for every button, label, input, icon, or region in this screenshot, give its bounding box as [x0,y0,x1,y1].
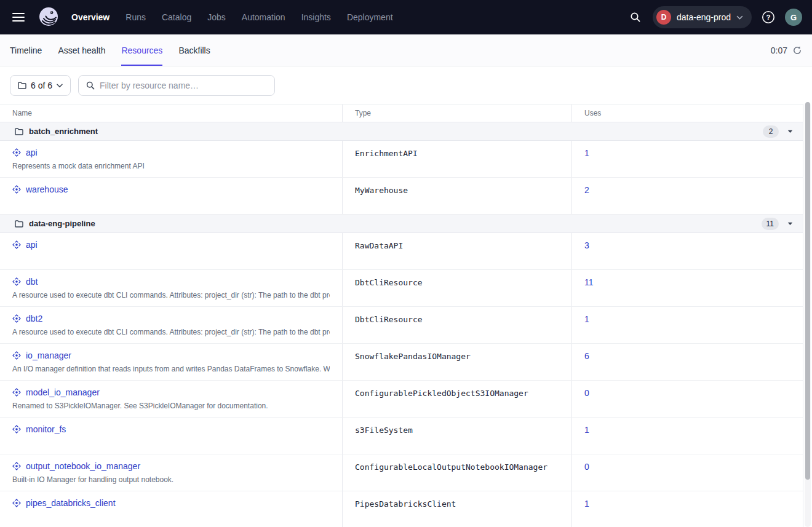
folder-icon [15,128,23,135]
primary-nav: Overview Runs Catalog Jobs Automation In… [71,12,393,22]
resource-name-link[interactable]: io_manager [26,351,71,360]
resource-row: dbtA resource used to execute dbt CLI co… [0,270,803,307]
resource-row: pipes_databricks_clientPipesDatabricksCl… [0,491,803,527]
resource-type: MyWarehouse [355,186,408,195]
deployment-badge: D [656,10,671,25]
resource-uses-link[interactable]: 1 [584,425,589,435]
nav-item-catalog[interactable]: Catalog [162,12,191,22]
resource-search-field[interactable] [78,75,275,96]
resource-description: Renamed to S3PickleIOManager. See S3Pick… [12,402,330,410]
resource-type: RawDataAPI [355,241,403,250]
resource-name-link[interactable]: api [26,240,38,250]
group-filter-button[interactable]: 6 of 6 [10,75,71,96]
resource-icon [12,388,21,397]
nav-item-automation[interactable]: Automation [242,12,285,22]
resource-type: s3FileSystem [355,426,413,435]
resource-row: monitor_fss3FileSystem1 [0,418,803,454]
resource-row: warehouseMyWarehouse2 [0,178,803,215]
resource-uses-link[interactable]: 11 [584,277,594,287]
resource-uses-link[interactable]: 1 [584,499,589,509]
resource-icon [12,351,21,360]
resource-name-link[interactable]: dbt [26,277,38,287]
group-name: batch_enrichment [29,127,98,136]
resource-name-link[interactable]: pipes_databricks_client [26,498,116,508]
nav-item-jobs[interactable]: Jobs [207,12,226,22]
group-count-badge: 2 [763,125,779,138]
resource-type: ConfigurablePickledObjectS3IOManager [355,389,528,398]
resource-name-link[interactable]: dbt2 [26,314,42,323]
scrollbar-thumb[interactable] [805,102,810,480]
resource-icon [12,240,21,249]
group-count-badge: 11 [762,218,779,230]
top-nav: Overview Runs Catalog Jobs Automation In… [0,0,812,34]
dagster-logo-icon[interactable] [37,6,60,29]
filter-bar: 6 of 6 [0,66,812,104]
user-avatar[interactable]: G [785,9,802,26]
chevron-down-icon[interactable] [787,222,793,226]
resource-uses-link[interactable]: 6 [584,351,589,361]
tab-timeline[interactable]: Timeline [10,34,42,66]
resource-type: SnowflakePandasIOManager [355,352,471,361]
resource-name-link[interactable]: monitor_fs [26,424,66,434]
refresh-timer: 0:07 [771,46,787,55]
nav-item-overview[interactable]: Overview [71,12,109,22]
resource-name-link[interactable]: model_io_manager [26,387,100,397]
tab-resources[interactable]: Resources [121,34,162,66]
search-input[interactable] [100,81,267,90]
resource-type: DbtCliResource [355,315,423,324]
hamburger-menu-icon[interactable] [12,13,25,22]
resources-table: Name Type Uses batch_enrichment2apiRepre… [0,104,803,527]
resource-icon [12,185,21,194]
resource-uses-link[interactable]: 3 [584,240,589,250]
resource-name-link[interactable]: output_notebook_io_manager [26,461,140,471]
group-name: data-eng-pipeline [29,219,95,228]
resource-row: apiRawDataAPI3 [0,233,803,270]
column-header-name: Name [0,105,343,122]
resource-group-row[interactable]: batch_enrichment2 [0,122,803,141]
resource-icon [12,425,21,434]
nav-item-deployment[interactable]: Deployment [347,12,393,22]
tab-asset-health[interactable]: Asset health [58,34,105,66]
resource-description: Built-in IO Manager for handling output … [12,475,330,484]
resource-uses-link[interactable]: 2 [584,185,589,195]
chevron-down-icon[interactable] [787,130,793,133]
search-icon [86,81,95,90]
resource-icon [12,148,21,157]
refresh-icon[interactable] [792,46,802,55]
resource-name-link[interactable]: warehouse [26,184,68,194]
resource-icon [12,314,21,323]
resource-icon [12,277,21,286]
search-icon[interactable] [627,9,644,26]
chevron-down-icon [736,15,743,20]
column-header-type: Type [343,105,572,122]
resource-uses-link[interactable]: 1 [584,148,589,158]
resource-description: A resource used to execute dbt CLI comma… [12,328,330,336]
resource-icon [12,462,21,470]
resource-group-row[interactable]: data-eng-pipeline11 [0,215,803,233]
group-filter-label: 6 of 6 [31,81,52,90]
nav-item-runs[interactable]: Runs [125,12,146,22]
resource-row: output_notebook_io_managerBuilt-in IO Ma… [0,454,803,491]
deployment-name: data-eng-prod [677,12,731,22]
table-body: batch_enrichment2apiRepresents a mock da… [0,122,803,527]
resource-type: EnrichmentAPI [355,149,418,158]
resource-type: ConfigurableLocalOutputNotebookIOManager [355,462,547,472]
chevron-down-icon [57,84,63,88]
resource-row: apiRepresents a mock data enrichment API… [0,141,803,178]
resource-description: A resource used to execute dbt CLI comma… [12,291,330,299]
resource-name-link[interactable]: api [26,148,38,157]
nav-item-insights[interactable]: Insights [301,12,331,22]
app-window: Overview Runs Catalog Jobs Automation In… [0,0,812,527]
svg-text:?: ? [766,14,770,21]
table-header: Name Type Uses [0,104,803,122]
column-header-uses: Uses [572,105,803,122]
tab-backfills[interactable]: Backfills [178,34,210,66]
resource-uses-link[interactable]: 0 [584,388,589,398]
deployment-switcher[interactable]: D data-eng-prod [653,6,752,28]
resource-row: dbt2A resource used to execute dbt CLI c… [0,307,803,344]
resource-type: PipesDatabricksClient [355,499,456,509]
resource-uses-link[interactable]: 1 [584,314,589,324]
help-icon[interactable]: ? [760,9,776,25]
resource-uses-link[interactable]: 0 [584,462,589,472]
resource-row: model_io_managerRenamed to S3PickleIOMan… [0,381,803,418]
